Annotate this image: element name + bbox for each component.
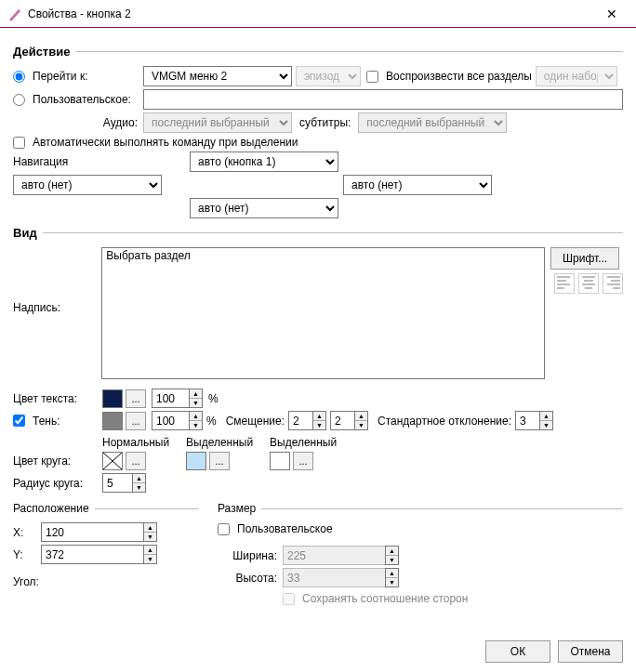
- nav-top-select[interactable]: авто (кнопка 1): [190, 152, 338, 172]
- group-position: Расположение: [13, 502, 199, 515]
- group-action-label: Действие: [13, 45, 70, 59]
- app-icon: [7, 7, 22, 21]
- offset-label: Смещение:: [226, 415, 285, 428]
- caption-textarea[interactable]: Выбрать раздел: [101, 247, 545, 379]
- radio-goto-label: Перейти к:: [33, 70, 87, 83]
- size-custom-label: Пользовательское: [237, 522, 333, 535]
- radio-goto-input[interactable]: [13, 71, 25, 83]
- nav-left-select[interactable]: авто (нет): [13, 175, 162, 195]
- circlecolor-normal-button[interactable]: ...: [126, 452, 146, 470]
- col-selected2-label: Выделенный: [270, 436, 353, 449]
- width-input: [283, 546, 385, 565]
- cancel-button[interactable]: Отмена: [558, 640, 623, 663]
- circlecolor-sel2-button[interactable]: ...: [293, 452, 313, 470]
- percent-label2: %: [206, 415, 217, 428]
- close-button[interactable]: ✕: [591, 0, 632, 28]
- circlecolor-label: Цвет круга:: [13, 455, 102, 468]
- textcolor-swatch[interactable]: [102, 389, 123, 408]
- y-input[interactable]: [41, 545, 143, 564]
- radio-custom-input[interactable]: [13, 94, 25, 106]
- shadowcolor-picker-button[interactable]: ...: [126, 412, 146, 430]
- titlebar: Свойства - кнопка 2 ✕: [0, 0, 636, 28]
- goto-target-select[interactable]: VMGM меню 2: [143, 66, 292, 86]
- offset-y-input[interactable]: [330, 411, 354, 430]
- audio-select[interactable]: последний выбранный: [143, 112, 292, 133]
- align-center-button[interactable]: [578, 273, 599, 294]
- shadow-opacity-spin[interactable]: ▲▼: [189, 411, 203, 430]
- size-custom-check[interactable]: Пользовательское: [218, 522, 333, 535]
- textcolor-label: Цвет текста:: [13, 392, 102, 405]
- keep-aspect-label: Сохранять соотношение сторон: [302, 592, 468, 605]
- align-right-button[interactable]: [603, 273, 623, 294]
- window-title: Свойства - кнопка 2: [28, 7, 591, 20]
- width-spin: ▲▼: [385, 546, 399, 565]
- group-view-label: Вид: [13, 226, 37, 240]
- stddev-spin[interactable]: ▲▼: [539, 411, 553, 430]
- episode-select: эпизод 1: [296, 66, 361, 86]
- textcolor-picker-button[interactable]: ...: [126, 389, 146, 408]
- custom-command-input[interactable]: [143, 89, 623, 110]
- playall-checkbox[interactable]: [366, 71, 378, 83]
- ok-button[interactable]: ОК: [485, 640, 550, 663]
- subtitles-label: субтитры:: [299, 116, 351, 129]
- radio-custom-label: Пользовательское:: [33, 93, 131, 106]
- group-size: Размер: [218, 502, 623, 515]
- nav-bottom-select[interactable]: авто (нет): [190, 198, 338, 218]
- oneset-select: один набор: [536, 66, 617, 86]
- col-selected1-label: Выделенный: [186, 436, 270, 449]
- group-action: Действие: [13, 45, 623, 59]
- width-label: Ширина:: [218, 549, 283, 562]
- nav-right-select[interactable]: авто (нет): [343, 175, 492, 195]
- offset-x-input[interactable]: [288, 411, 312, 430]
- caption-label: Надпись:: [13, 247, 101, 314]
- stddev-input[interactable]: [515, 411, 539, 430]
- shadow-label-text: Тень:: [33, 415, 60, 428]
- circlecolor-sel1-button[interactable]: ...: [209, 452, 230, 470]
- x-input[interactable]: [41, 522, 143, 542]
- nav-label: Навигация: [13, 155, 190, 168]
- height-spin: ▲▼: [385, 568, 399, 587]
- height-label: Высота:: [218, 572, 283, 585]
- shadow-check[interactable]: Тень:: [13, 415, 102, 428]
- audio-label: Аудио:: [13, 116, 143, 129]
- subtitles-select[interactable]: последний выбранный: [358, 112, 507, 133]
- group-view: Вид: [13, 226, 623, 240]
- circlecolor-sel2-swatch[interactable]: [270, 452, 290, 470]
- playall-label: Воспроизвести все разделы: [386, 70, 532, 83]
- shadow-checkbox[interactable]: [13, 415, 25, 427]
- angle-label: Угол:: [13, 575, 39, 588]
- group-position-label: Расположение: [13, 502, 89, 515]
- circleradius-spin[interactable]: ▲▼: [132, 473, 146, 493]
- offset-x-spin[interactable]: ▲▼: [312, 411, 326, 430]
- x-label: X:: [13, 526, 41, 539]
- shadow-opacity-input[interactable]: [152, 411, 189, 430]
- y-label: Y:: [13, 548, 41, 561]
- stddev-label: Стандартное отклонение:: [378, 415, 511, 428]
- font-button[interactable]: Шрифт...: [550, 247, 619, 270]
- size-custom-checkbox[interactable]: [218, 523, 230, 535]
- autocmd-checkbox[interactable]: [13, 137, 25, 149]
- height-input: [283, 568, 385, 587]
- radio-custom[interactable]: Пользовательское:: [13, 93, 143, 106]
- autocmd-check[interactable]: Автоматически выполнять команду при выде…: [13, 136, 298, 149]
- percent-label: %: [208, 392, 219, 405]
- circlecolor-sel1-swatch[interactable]: [186, 452, 206, 470]
- autocmd-label: Автоматически выполнять команду при выде…: [33, 136, 298, 149]
- textcolor-opacity-input[interactable]: [152, 389, 189, 408]
- y-spin[interactable]: ▲▼: [143, 545, 157, 564]
- circleradius-input[interactable]: [102, 473, 132, 493]
- circlecolor-normal-swatch[interactable]: [102, 452, 123, 470]
- x-spin[interactable]: ▲▼: [143, 522, 157, 542]
- keep-aspect-checkbox: [283, 593, 295, 605]
- offset-y-spin[interactable]: ▲▼: [354, 411, 368, 430]
- circleradius-label: Радиус круга:: [13, 477, 102, 490]
- playall-check[interactable]: Воспроизвести все разделы: [366, 70, 532, 83]
- keep-aspect-check: Сохранять соотношение сторон: [283, 592, 468, 605]
- radio-goto[interactable]: Перейти к:: [13, 70, 143, 83]
- col-normal-label: Нормальный: [102, 436, 186, 449]
- textcolor-opacity-spin[interactable]: ▲▼: [189, 389, 203, 408]
- group-size-label: Размер: [218, 502, 256, 515]
- shadowcolor-swatch[interactable]: [102, 412, 123, 430]
- align-left-button[interactable]: [554, 273, 575, 294]
